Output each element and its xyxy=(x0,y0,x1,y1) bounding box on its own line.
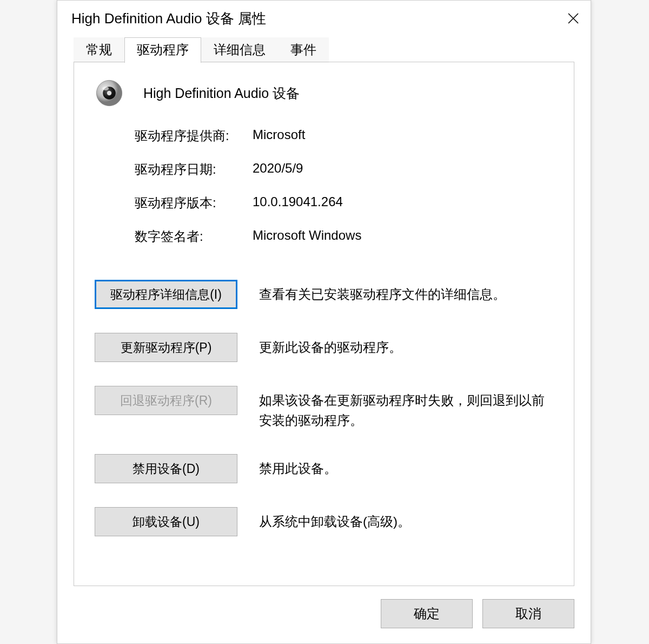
uninstall-device-desc: 从系统中卸载设备(高级)。 xyxy=(259,507,555,531)
speaker-icon xyxy=(95,78,124,108)
cancel-button[interactable]: 取消 xyxy=(482,599,574,628)
date-value: 2020/5/9 xyxy=(253,161,555,178)
device-name: High Definition Audio 设备 xyxy=(143,84,300,102)
tab-events[interactable]: 事件 xyxy=(278,37,329,63)
provider-value: Microsoft xyxy=(253,127,555,144)
tab-driver[interactable]: 驱动程序 xyxy=(124,37,201,63)
device-header: High Definition Audio 设备 xyxy=(95,78,555,108)
close-icon xyxy=(567,12,580,25)
signer-label: 数字签名者: xyxy=(135,228,253,245)
tab-details[interactable]: 详细信息 xyxy=(201,37,278,63)
driver-info: 驱动程序提供商: Microsoft 驱动程序日期: 2020/5/9 驱动程序… xyxy=(135,127,555,261)
ok-button[interactable]: 确定 xyxy=(381,599,473,628)
properties-dialog: High Definition Audio 设备 属性 常规 驱动程序 详细信息… xyxy=(57,0,591,644)
update-driver-button[interactable]: 更新驱动程序(P) xyxy=(95,333,237,362)
uninstall-device-button[interactable]: 卸载设备(U) xyxy=(95,507,237,536)
driver-details-desc: 查看有关已安装驱动程序文件的详细信息。 xyxy=(259,280,555,304)
dialog-footer: 确定 取消 xyxy=(57,599,591,643)
signer-value: Microsoft Windows xyxy=(253,228,555,245)
titlebar: High Definition Audio 设备 属性 xyxy=(57,1,591,36)
svg-point-2 xyxy=(107,91,111,95)
update-driver-desc: 更新此设备的驱动程序。 xyxy=(259,333,555,357)
action-section: 驱动程序详细信息(I) 查看有关已安装驱动程序文件的详细信息。 更新驱动程序(P… xyxy=(95,280,555,542)
version-label: 驱动程序版本: xyxy=(135,194,253,212)
tab-general[interactable]: 常规 xyxy=(74,37,124,63)
disable-device-button[interactable]: 禁用设备(D) xyxy=(95,454,237,483)
svg-point-3 xyxy=(102,87,109,90)
close-button[interactable] xyxy=(556,1,591,36)
version-value: 10.0.19041.264 xyxy=(253,194,555,212)
driver-details-button[interactable]: 驱动程序详细信息(I) xyxy=(95,280,237,309)
date-label: 驱动程序日期: xyxy=(135,161,253,178)
window-title: High Definition Audio 设备 属性 xyxy=(71,9,556,28)
rollback-driver-button: 回退驱动程序(R) xyxy=(95,386,237,415)
provider-label: 驱动程序提供商: xyxy=(135,127,253,144)
disable-device-desc: 禁用此设备。 xyxy=(259,454,555,478)
rollback-driver-desc: 如果该设备在更新驱动程序时失败，则回退到以前安装的驱动程序。 xyxy=(259,386,555,430)
tab-content: High Definition Audio 设备 驱动程序提供商: Micros… xyxy=(74,62,574,586)
tab-bar: 常规 驱动程序 详细信息 事件 xyxy=(57,36,591,62)
